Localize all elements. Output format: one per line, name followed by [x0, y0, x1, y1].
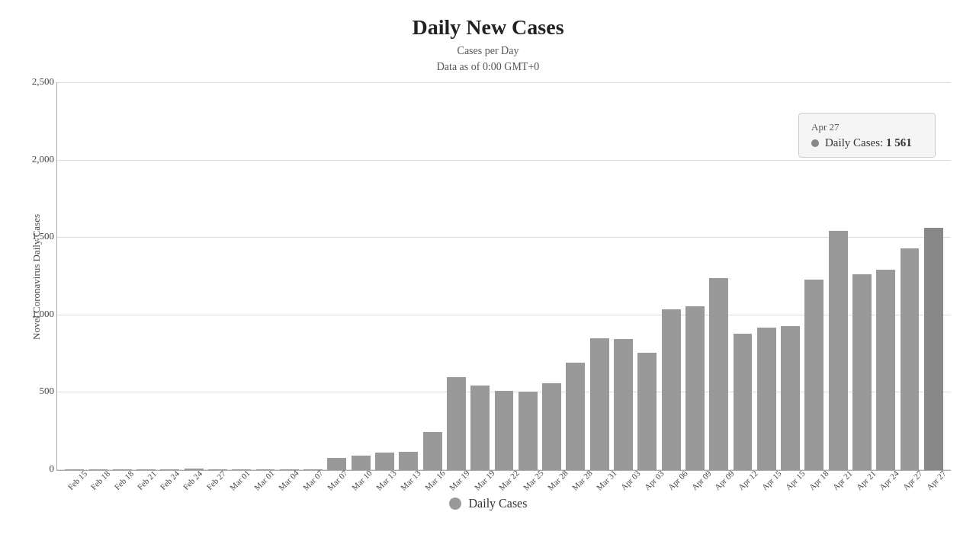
grid-label: 500: [21, 385, 54, 397]
x-label-wrap: Mar 31: [591, 474, 615, 486]
bar[interactable]: [734, 334, 753, 470]
bar-wrap: [517, 82, 539, 470]
bar[interactable]: [495, 391, 514, 470]
bar[interactable]: [256, 469, 275, 470]
x-label-wrap: Mar 13: [371, 474, 395, 486]
bar-wrap: [684, 82, 706, 470]
bar[interactable]: [829, 231, 848, 470]
bar[interactable]: [614, 339, 633, 470]
bar-wrap: [207, 82, 229, 470]
x-label-wrap: Mar 16: [419, 474, 444, 486]
bar-wrap: [230, 82, 252, 470]
bar-wrap: [182, 82, 204, 470]
x-label-wrap: Apr 27: [897, 474, 921, 486]
x-label-wrap: Apr 06: [663, 474, 686, 486]
bar-wrap: [254, 82, 276, 470]
x-label-wrap: Apr 12: [733, 474, 756, 486]
bar-wrap: [469, 82, 491, 470]
bar[interactable]: [232, 469, 251, 470]
bar[interactable]: [470, 386, 490, 470]
bar-wrap: [159, 82, 181, 470]
x-label-wrap: Apr 21: [827, 474, 851, 486]
bar[interactable]: [423, 432, 442, 470]
y-axis-label: Novel Coronavirus Daily Cases: [30, 82, 53, 486]
x-label-wrap: Feb 18: [109, 474, 132, 486]
x-label-wrap: Mar 13: [395, 474, 419, 486]
bar[interactable]: [518, 392, 538, 470]
x-label-wrap: Mar 01: [224, 474, 249, 486]
x-axis-label: Apr 27: [925, 469, 948, 491]
bar[interactable]: [566, 363, 585, 471]
x-label-wrap: Apr 09: [709, 474, 733, 486]
bar[interactable]: [447, 377, 466, 470]
bar-wrap: [612, 82, 634, 470]
bar-wrap: [636, 82, 658, 470]
bar-wrap: [326, 82, 348, 470]
x-label-wrap: Mar 01: [249, 474, 273, 486]
x-label-wrap: Mar 19: [469, 474, 493, 486]
bar[interactable]: [185, 469, 204, 470]
chart-outer: Novel Coronavirus Daily Cases 2,5002,000…: [30, 82, 946, 486]
x-label-wrap: Apr 15: [756, 474, 780, 486]
bar[interactable]: [542, 383, 561, 470]
bar-wrap: [87, 82, 109, 470]
bar[interactable]: [924, 228, 943, 470]
chart-inner: 2,5002,0001,5001,0005000 Apr 27 Daily Ca…: [56, 82, 951, 486]
x-label-wrap: Feb 15: [63, 474, 85, 486]
bar-wrap: [660, 82, 682, 470]
bar[interactable]: [685, 306, 705, 470]
bar[interactable]: [662, 309, 681, 470]
x-label-wrap: Mar 28: [542, 474, 567, 486]
bar[interactable]: [804, 280, 824, 470]
bar-wrap: [397, 82, 419, 470]
x-label-wrap: Apr 27: [921, 474, 945, 486]
x-label-wrap: Apr 03: [615, 474, 639, 486]
legend-dot: [449, 498, 461, 510]
bar-wrap: [350, 82, 372, 470]
bar[interactable]: [375, 453, 394, 470]
x-label-wrap: Feb 18: [85, 474, 108, 486]
bar[interactable]: [590, 338, 609, 470]
x-label-wrap: Mar 07: [322, 474, 346, 486]
bar[interactable]: [901, 248, 920, 470]
bar-wrap: [63, 82, 85, 470]
bar-wrap: [111, 82, 133, 470]
grid-label: 1,000: [21, 308, 54, 320]
bar[interactable]: [637, 353, 657, 470]
bar[interactable]: [327, 458, 346, 470]
grid-label: 2,500: [21, 75, 54, 88]
x-label-wrap: Apr 15: [780, 474, 804, 486]
bar[interactable]: [399, 452, 418, 470]
grid-label: 0: [21, 462, 54, 475]
tooltip: Apr 27 Daily Cases: 1 561: [798, 113, 936, 158]
bar-wrap: [756, 82, 778, 470]
x-label-wrap: Apr 24: [874, 474, 897, 486]
bar[interactable]: [781, 326, 800, 470]
x-label-wrap: Apr 09: [686, 474, 710, 486]
bar-wrap: [302, 82, 324, 470]
bar-wrap: [708, 82, 730, 470]
bar[interactable]: [208, 469, 227, 470]
tooltip-value: Daily Cases: 1 561: [825, 136, 912, 149]
bar[interactable]: [852, 274, 872, 470]
x-label-wrap: Mar 19: [444, 474, 468, 486]
bar[interactable]: [876, 270, 895, 470]
bar[interactable]: [709, 278, 728, 470]
bar-wrap: [278, 82, 300, 470]
bar-wrap: [564, 82, 586, 470]
x-label-wrap: Feb 24: [178, 474, 201, 486]
legend: Daily Cases: [449, 497, 528, 510]
x-label-wrap: Mar 22: [493, 474, 518, 486]
bar[interactable]: [757, 328, 776, 470]
tooltip-dot: [811, 139, 819, 147]
bar[interactable]: [160, 469, 179, 470]
bar-wrap: [421, 82, 443, 470]
x-label-wrap: Mar 10: [346, 474, 371, 486]
x-label-wrap: Feb 24: [155, 474, 178, 486]
bar-wrap: [374, 82, 396, 470]
x-axis: Feb 15Feb 18Feb 18Feb 21Feb 24Feb 24Feb …: [56, 474, 951, 486]
bar-wrap: [135, 82, 157, 470]
bar[interactable]: [352, 456, 371, 470]
x-label-wrap: Feb 27: [201, 474, 224, 486]
x-label-wrap: Apr 18: [804, 474, 827, 486]
